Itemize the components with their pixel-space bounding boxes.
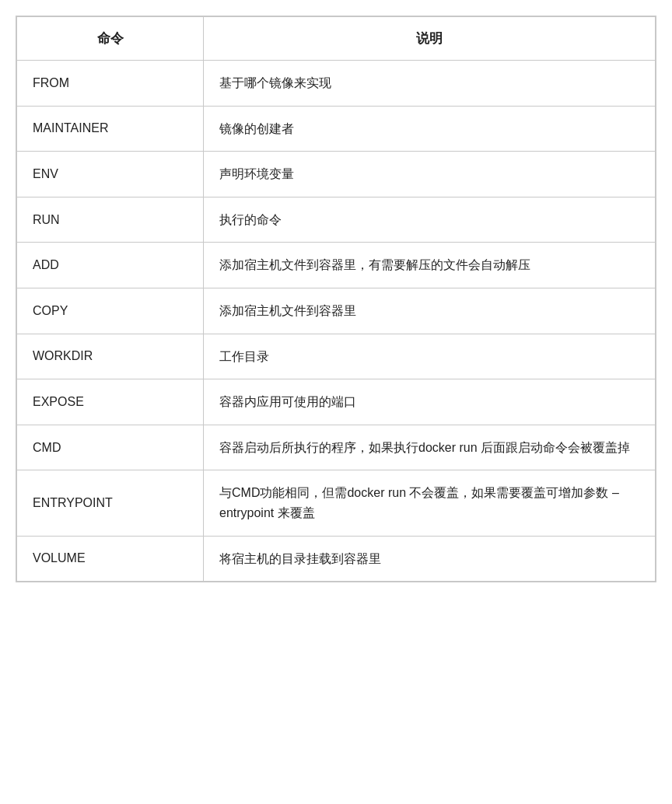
description-cell: 声明环境变量 <box>204 152 656 198</box>
command-cell: CMD <box>17 425 204 470</box>
header-description: 说明 <box>204 17 656 61</box>
description-cell: 与CMD功能相同，但需docker run 不会覆盖，如果需要覆盖可增加参数 –… <box>204 470 656 536</box>
command-cell: COPY <box>17 288 204 334</box>
command-cell: EXPOSE <box>17 379 204 425</box>
dockerfile-commands-table: 命令 说明 FROM基于哪个镜像来实现MAINTAINER镜像的创建者ENV声明… <box>16 16 656 582</box>
description-cell: 添加宿主机文件到容器里，有需要解压的文件会自动解压 <box>204 243 656 288</box>
table-row: CMD容器启动后所执行的程序，如果执行docker run 后面跟启动命令会被覆… <box>17 425 656 470</box>
command-cell: MAINTAINER <box>17 106 204 152</box>
table-row: EXPOSE容器内应用可使用的端口 <box>17 379 656 425</box>
description-cell: 基于哪个镜像来实现 <box>204 61 656 107</box>
description-cell: 容器内应用可使用的端口 <box>204 379 656 425</box>
table-row: ENTRYPOINT与CMD功能相同，但需docker run 不会覆盖，如果需… <box>17 470 656 536</box>
command-cell: ADD <box>17 243 204 288</box>
table-row: WORKDIR工作目录 <box>17 334 656 379</box>
command-cell: RUN <box>17 197 204 243</box>
description-cell: 镜像的创建者 <box>204 106 656 152</box>
table-row: FROM基于哪个镜像来实现 <box>17 61 656 107</box>
description-cell: 工作目录 <box>204 334 656 379</box>
description-cell: 添加宿主机文件到容器里 <box>204 288 656 334</box>
command-cell: ENTRYPOINT <box>17 470 204 536</box>
header-command: 命令 <box>17 17 204 61</box>
table-row: VOLUME将宿主机的目录挂载到容器里 <box>17 536 656 582</box>
description-cell: 将宿主机的目录挂载到容器里 <box>204 536 656 582</box>
table-row: ENV声明环境变量 <box>17 152 656 198</box>
command-cell: VOLUME <box>17 536 204 582</box>
table-header-row: 命令 说明 <box>17 17 656 61</box>
command-cell: ENV <box>17 152 204 198</box>
command-cell: FROM <box>17 61 204 107</box>
description-cell: 执行的命令 <box>204 197 656 243</box>
table-row: COPY添加宿主机文件到容器里 <box>17 288 656 334</box>
table-row: RUN执行的命令 <box>17 197 656 243</box>
table-row: MAINTAINER镜像的创建者 <box>17 106 656 152</box>
description-cell: 容器启动后所执行的程序，如果执行docker run 后面跟启动命令会被覆盖掉 <box>204 425 656 470</box>
table-row: ADD添加宿主机文件到容器里，有需要解压的文件会自动解压 <box>17 243 656 288</box>
command-cell: WORKDIR <box>17 334 204 379</box>
